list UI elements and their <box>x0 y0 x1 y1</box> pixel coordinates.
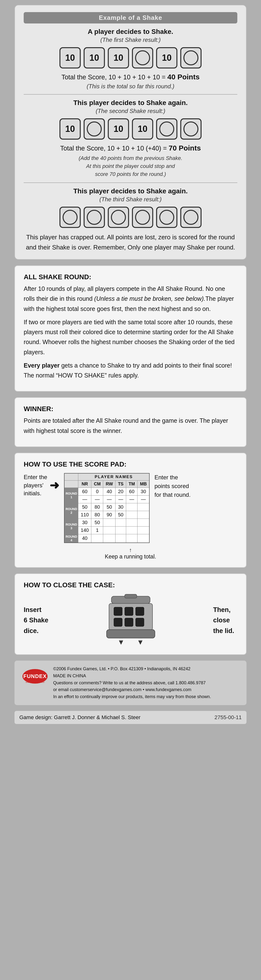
score1-bold: 40 Points <box>167 73 199 81</box>
winner-section: WINNER: Points are totaled after the All… <box>14 397 247 447</box>
shake-example-section: Example of a Shake A player decides to S… <box>14 5 247 259</box>
shaker-svg: ▼ ▼ <box>99 594 162 647</box>
die-3-6 <box>180 207 202 228</box>
close-case-section: HOW TO CLOSE THE CASE: Insert6 Shakedice… <box>14 573 247 655</box>
svg-text:▼: ▼ <box>117 638 125 646</box>
all-shake-title: ALL SHAKE ROUND: <box>24 273 237 281</box>
score-pad-layout: Enter theplayers'initials. ➜ PLAYER NAME… <box>24 473 237 543</box>
die-2-3: 10 <box>108 118 129 140</box>
all-shake-section: ALL SHAKE ROUND: After 10 rounds of play… <box>14 266 247 391</box>
die-2-1: 10 <box>59 118 81 140</box>
game-design-bar: Game design: Garrett J. Donner & Michael… <box>14 711 247 724</box>
round1-label: ROUND1 <box>64 488 78 503</box>
table-row: ROUND2 50 80 50 30 <box>64 503 149 511</box>
close-case-insert-label: Insert6 Shakedice. <box>24 605 48 636</box>
close-case-title: HOW TO CLOSE THE CASE: <box>24 581 237 589</box>
score-pad-section: HOW TO USE THE SCORE PAD: Enter theplaye… <box>14 453 247 568</box>
dice-row-1: 10 10 10 10 <box>24 47 237 68</box>
die-3-4 <box>132 207 153 228</box>
shake2-subtitle: (The second Shake result:) <box>24 108 237 115</box>
score2-line: Total the Score, 10 + 10 + 10 (+40) = 70… <box>24 144 237 152</box>
col-rw: RW <box>103 480 115 488</box>
arrow-right-icon: ➜ <box>49 478 59 492</box>
svg-rect-6 <box>136 607 144 616</box>
footer-improve: In an effort to continually improve our … <box>53 693 239 700</box>
table-row: ROUND1 60 0 40 20 60 30 <box>64 488 149 495</box>
close-case-shaker: ▼ ▼ <box>53 594 208 647</box>
footer-text: ©2006 Fundex Games, Ltd. • P.O. Box 4213… <box>53 665 239 700</box>
svg-rect-7 <box>114 618 122 627</box>
score2-note: (Add the 40 points from the previous Sha… <box>24 154 237 178</box>
score1-note: (This is the total so far this round.) <box>24 83 237 90</box>
running-total-label: ↑Keep a running total. <box>24 547 237 560</box>
shake2-title: This player decides to Shake again. <box>24 99 237 107</box>
all-shake-para3: Every player gets a chance to Shake to t… <box>24 361 237 381</box>
dice-row-3 <box>24 207 237 228</box>
col-nr: NR <box>78 480 91 488</box>
shake3-title: This player decides to Shake again. <box>24 187 237 195</box>
score-pad-right: Enter thepoints scoredfor that round. <box>154 473 237 499</box>
part-number: 2755-00-11 <box>214 714 242 721</box>
die-2-2 <box>84 118 105 140</box>
winner-title: WINNER: <box>24 405 237 413</box>
table-row: ROUND3 30 50 <box>64 519 149 526</box>
table-row: ROUND4 40 <box>64 534 149 543</box>
shake1-title: A player decides to Shake. <box>24 28 237 35</box>
svg-text:FUNDEX: FUNDEX <box>24 673 47 679</box>
divider-2 <box>24 183 237 183</box>
round4-label: ROUND4 <box>64 534 78 543</box>
die-2-5 <box>156 118 177 140</box>
footer-email: or email customerservice@fundexgames.com… <box>53 686 239 693</box>
fundex-logo: FUNDEX where fun comes first! <box>22 665 48 685</box>
die-3-1 <box>59 207 81 228</box>
winner-body: Points are totaled after the All Shake r… <box>24 416 237 436</box>
svg-rect-9 <box>136 618 144 627</box>
die-1-2: 10 <box>84 47 105 68</box>
shake1-subtitle: (The first Shake result:) <box>24 37 237 43</box>
dice-row-2: 10 10 10 <box>24 118 237 140</box>
die-1-4 <box>132 47 153 68</box>
score-pad-left: Enter theplayers'initials. ➜ <box>24 473 59 498</box>
col-tm: TM <box>126 480 138 488</box>
die-3-2 <box>84 207 105 228</box>
die-1-6 <box>180 47 202 68</box>
score-pad-title: HOW TO USE THE SCORE PAD: <box>24 460 237 468</box>
die-1-5: 10 <box>156 47 177 68</box>
score-pad-initials-label: Enter theplayers'initials. <box>24 473 47 498</box>
footer-copyright: ©2006 Fundex Games, Ltd. • P.O. Box 4213… <box>53 665 239 673</box>
close-case-then-label: Then,closethe lid. <box>213 605 237 636</box>
svg-rect-4 <box>114 607 122 616</box>
all-shake-para1: After 10 rounds of play, all players com… <box>24 284 237 314</box>
die-1-3: 10 <box>108 47 129 68</box>
winner-text: Points are totaled after the All Shake r… <box>24 416 237 436</box>
svg-rect-5 <box>125 607 133 616</box>
footer-section: FUNDEX where fun comes first! ©2006 Fund… <box>14 660 247 705</box>
round3-label: ROUND3 <box>64 519 78 534</box>
shake-example-header: Example of a Shake <box>24 12 237 24</box>
close-case-layout: Insert6 Shakedice. <box>24 594 237 647</box>
divider-1 <box>24 94 237 95</box>
score-table-wrapper: PLAYER NAMES NR CM RW TS TM MB <box>64 473 150 543</box>
svg-rect-8 <box>125 618 133 627</box>
die-2-6 <box>180 118 202 140</box>
crapped-out-text: This player has crapped out. All points … <box>24 232 237 252</box>
all-shake-body: After 10 rounds of play, all players com… <box>24 284 237 380</box>
die-3-3 <box>108 207 129 228</box>
player-names-header: PLAYER NAMES <box>78 473 150 480</box>
shake3-subtitle: (The third Shake result:) <box>24 196 237 203</box>
svg-text:where fun comes first!: where fun comes first! <box>25 681 44 683</box>
svg-rect-3 <box>107 630 155 638</box>
all-shake-para2: If two or more players are tied with the… <box>24 317 237 357</box>
footer-made-in: MADE IN CHINA <box>53 673 239 679</box>
col-cm: CM <box>91 480 103 488</box>
score2-bold: 70 Points <box>169 144 201 152</box>
footer-questions: Questions or comments? Write to us at th… <box>53 679 239 686</box>
die-2-4: 10 <box>132 118 153 140</box>
score1-line: Total the Score, 10 + 10 + 10 + 10 = 40 … <box>24 73 237 81</box>
enter-points-label: Enter thepoints scoredfor that round. <box>154 473 237 499</box>
round2-label: ROUND2 <box>64 503 78 519</box>
svg-rect-1 <box>125 594 137 598</box>
score-table: PLAYER NAMES NR CM RW TS TM MB <box>64 473 150 543</box>
die-3-5 <box>156 207 177 228</box>
die-1-1: 10 <box>59 47 81 68</box>
